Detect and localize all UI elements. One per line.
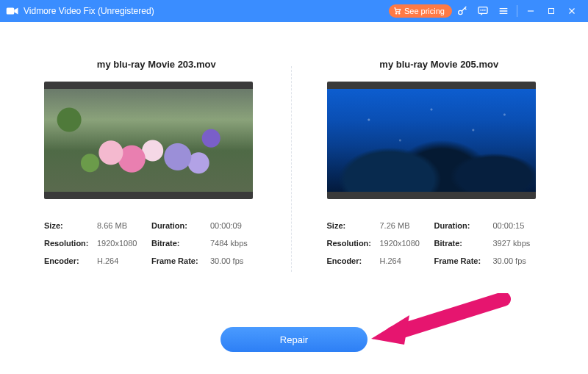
left-filename: my blu-ray Movie 203.mov	[44, 59, 269, 70]
sample-video-pane: my blu-ray Movie 205.mov Size: 7.26 MB D…	[292, 22, 589, 374]
titlebar-divider	[517, 5, 517, 17]
left-resolution-value: 1920x1080	[97, 239, 151, 248]
feedback-icon[interactable]	[473, 0, 493, 22]
right-filename: my blu-ray Movie 205.mov	[327, 59, 552, 70]
right-duration-value: 00:00:15	[493, 221, 541, 230]
left-bitrate-label: Bitrate:	[151, 239, 210, 248]
menu-icon[interactable]	[493, 0, 514, 22]
right-bitrate-label: Bitrate:	[434, 239, 493, 248]
left-metadata: Size: 8.66 MB Duration: 00:00:09 Resolut…	[44, 221, 269, 265]
svg-point-7	[484, 10, 485, 10]
key-icon[interactable]	[452, 0, 473, 22]
cart-icon	[393, 7, 401, 16]
svg-rect-0	[7, 8, 15, 15]
right-duration-label: Duration:	[434, 221, 493, 230]
titlebar: Vidmore Video Fix (Unregistered) See pri…	[0, 0, 588, 22]
left-video-thumbnail[interactable]	[44, 82, 253, 199]
main-content: my blu-ray Movie 203.mov Size: 8.66 MB D…	[0, 22, 588, 374]
corrupted-video-pane: my blu-ray Movie 203.mov Size: 8.66 MB D…	[0, 22, 291, 374]
left-framerate-value: 30.00 fps	[210, 256, 258, 265]
svg-point-5	[481, 10, 481, 10]
left-size-label: Size:	[44, 221, 97, 230]
maximize-button[interactable]	[541, 0, 562, 22]
right-resolution-value: 1920x1080	[380, 239, 434, 248]
repair-button[interactable]: Repair	[220, 327, 368, 352]
right-size-value: 7.26 MB	[380, 221, 434, 230]
right-video-thumbnail[interactable]	[327, 82, 536, 199]
right-encoder-label: Encoder:	[327, 256, 380, 265]
svg-point-3	[459, 10, 462, 14]
svg-point-6	[483, 10, 484, 10]
svg-point-2	[399, 12, 400, 13]
see-pricing-button[interactable]: See pricing	[389, 4, 452, 18]
right-encoder-value: H.264	[380, 256, 434, 265]
right-resolution-label: Resolution:	[327, 239, 380, 248]
left-duration-label: Duration:	[151, 221, 210, 230]
see-pricing-label: See pricing	[404, 7, 445, 15]
right-framerate-label: Frame Rate:	[434, 256, 493, 265]
svg-point-1	[395, 12, 396, 13]
close-button[interactable]	[562, 0, 582, 22]
left-encoder-value: H.264	[97, 256, 151, 265]
left-bitrate-value: 7484 kbps	[210, 239, 258, 248]
right-bitrate-value: 3927 kbps	[493, 239, 541, 248]
left-framerate-label: Frame Rate:	[151, 256, 210, 265]
left-size-value: 8.66 MB	[97, 221, 151, 230]
left-resolution-label: Resolution:	[44, 239, 97, 248]
right-framerate-value: 30.00 fps	[493, 256, 541, 265]
app-logo-icon	[6, 6, 19, 16]
svg-rect-8	[549, 9, 554, 14]
left-encoder-label: Encoder:	[44, 256, 97, 265]
left-duration-value: 00:00:09	[210, 221, 258, 230]
right-size-label: Size:	[327, 221, 380, 230]
app-title: Vidmore Video Fix (Unregistered)	[24, 6, 154, 16]
minimize-button[interactable]	[520, 0, 541, 22]
right-metadata: Size: 7.26 MB Duration: 00:00:15 Resolut…	[327, 221, 552, 265]
